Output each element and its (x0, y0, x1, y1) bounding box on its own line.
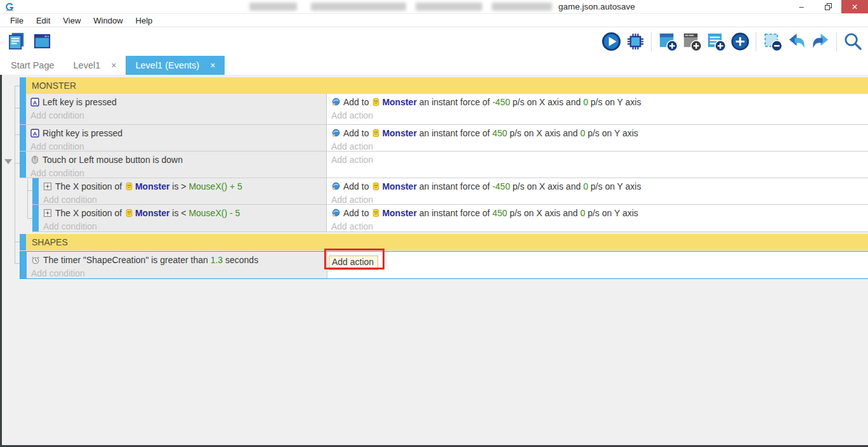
text-segment: Add to (343, 208, 371, 218)
text-segment: Add to (343, 181, 371, 191)
add-action-link[interactable]: Add action (327, 153, 868, 166)
text-segment: Left key is pressed (43, 97, 117, 107)
project-manager-icon[interactable] (5, 30, 28, 53)
condition-text[interactable]: The timer "ShapeCreation" is greater tha… (27, 254, 327, 267)
event-strip (32, 178, 39, 204)
add-action-link[interactable]: Add action (327, 193, 868, 206)
add-condition-link[interactable]: Add condition (26, 140, 326, 153)
condition-text[interactable]: Touch or Left mouse button is down (26, 153, 326, 167)
text-segment: 1.3 (211, 255, 223, 265)
text-segment: MouseX() + 5 (188, 181, 242, 191)
add-event-icon[interactable] (656, 30, 679, 53)
add-condition-link[interactable]: Add condition (39, 193, 326, 206)
toolbar (0, 27, 868, 56)
actions-cell: Add to Monster an instant force of 450 p… (327, 205, 868, 231)
minimize-button[interactable]: – (788, 0, 815, 13)
tab-level1[interactable]: Level1× (64, 56, 126, 75)
add-condition-link[interactable]: Add condition (26, 167, 326, 179)
action-text[interactable]: Add to Monster an instant force of 450 p… (327, 127, 868, 140)
search-icon[interactable] (841, 30, 864, 53)
restore-icon (825, 3, 832, 10)
condition-text[interactable]: ALeft key is pressed (26, 96, 326, 109)
add-action-link[interactable]: Add action (327, 220, 868, 233)
text-segment: -450 (492, 181, 510, 191)
text-segment: 0 (583, 97, 588, 107)
preview-window-icon[interactable] (30, 30, 53, 53)
collapse-expander-icon[interactable] (4, 159, 12, 164)
redacted-text (492, 3, 552, 11)
conditions-cell: ALeft key is pressedAdd condition (26, 94, 327, 124)
text-segment: p/s on Y axis (585, 208, 638, 218)
action-text[interactable]: Add to Monster an instant force of 450 p… (327, 207, 868, 220)
tab-close-icon[interactable]: × (210, 60, 215, 70)
text-segment: 0 (583, 181, 588, 191)
condition-text[interactable]: The X position of Monster is < MouseX() … (39, 207, 326, 220)
event-row[interactable]: The X position of Monster is < MouseX() … (32, 205, 868, 232)
title-bar: game.json.autosave – ✕ (0, 0, 868, 14)
add-condition-link[interactable]: Add condition (27, 267, 327, 280)
event-row[interactable]: The timer "ShapeCreation" is greater tha… (20, 251, 868, 279)
event-row[interactable]: ARight key is pressedAdd conditionAdd to… (20, 125, 868, 152)
add-comment-icon[interactable] (704, 30, 727, 53)
event-row[interactable]: ALeft key is pressedAdd conditionAdd to … (20, 94, 868, 125)
delete-event-icon[interactable] (761, 30, 784, 53)
tab-close-icon[interactable]: × (111, 60, 116, 70)
actions-cell: Add to Monster an instant force of -450 … (327, 178, 868, 204)
add-action-link[interactable]: Add action (327, 109, 868, 122)
condition-text[interactable]: ARight key is pressed (26, 127, 326, 140)
condition-text[interactable]: The X position of Monster is > MouseX() … (39, 180, 326, 193)
tree-line (27, 218, 32, 219)
play-icon[interactable] (600, 30, 622, 53)
toolbar-separator (651, 32, 652, 51)
text-segment: 450 (492, 208, 507, 218)
text-segment: is > (169, 181, 188, 191)
gdevelop-logo-icon (4, 2, 15, 12)
tree-line (15, 163, 20, 164)
tree-line (15, 86, 15, 263)
text-segment: p/s on X axis and (510, 181, 583, 191)
timer-icon (31, 256, 40, 264)
conditions-cell: ARight key is pressedAdd condition (26, 125, 327, 151)
event-strip (20, 252, 27, 278)
text-segment: p/s on Y axis (588, 181, 641, 191)
action-text[interactable]: Add to Monster an instant force of -450 … (327, 96, 868, 109)
event-group-header[interactable]: MONSTER (20, 77, 868, 94)
menu-item-window[interactable]: Window (87, 14, 129, 27)
tab-start-page[interactable]: Start Page (1, 56, 64, 75)
event-row[interactable]: Touch or Left mouse button is downAdd co… (20, 152, 868, 178)
add-custom-event-icon[interactable] (728, 30, 751, 53)
close-button[interactable]: ✕ (841, 0, 868, 13)
tab-level1-events-[interactable]: Level1 (Events)× (126, 56, 225, 75)
event-row[interactable]: The X position of Monster is > MouseX() … (32, 178, 868, 205)
event-group-header[interactable]: SHAPES (20, 234, 868, 250)
debug-icon[interactable] (624, 30, 647, 53)
text-segment: p/s on X axis and (507, 128, 580, 138)
redo-icon[interactable] (809, 30, 832, 53)
text-segment: an instant force of (417, 181, 492, 191)
text-segment: Monster (135, 181, 169, 191)
restore-button[interactable] (815, 0, 841, 13)
action-text[interactable]: Add to Monster an instant force of -450 … (327, 180, 868, 193)
actions-cell: Add to Monster an instant force of 450 p… (327, 125, 868, 151)
add-condition-link[interactable]: Add condition (39, 220, 326, 233)
event-strip (20, 234, 26, 250)
add-action-link-highlighted[interactable]: Add action (329, 256, 378, 270)
add-condition-link[interactable]: Add condition (26, 109, 326, 122)
text-segment: p/s on X axis and (510, 97, 583, 107)
event-strip (32, 205, 39, 231)
tree-line (15, 242, 20, 242)
text-segment: Monster (382, 208, 416, 218)
menu-item-view[interactable]: View (56, 14, 87, 27)
tree-line (27, 179, 28, 218)
toolbar-separator (756, 32, 756, 51)
menu-item-edit[interactable]: Edit (30, 14, 56, 27)
menu-item-file[interactable]: File (4, 14, 30, 27)
conditions-cell: The X position of Monster is < MouseX() … (39, 205, 327, 231)
menu-item-help[interactable]: Help (129, 14, 159, 27)
toolbar-separator (836, 32, 837, 51)
add-action-link[interactable]: Add action (327, 140, 868, 153)
position-icon (43, 182, 52, 191)
add-subevent-icon[interactable] (680, 30, 703, 53)
undo-icon[interactable] (785, 30, 808, 53)
event-strip (20, 94, 26, 124)
